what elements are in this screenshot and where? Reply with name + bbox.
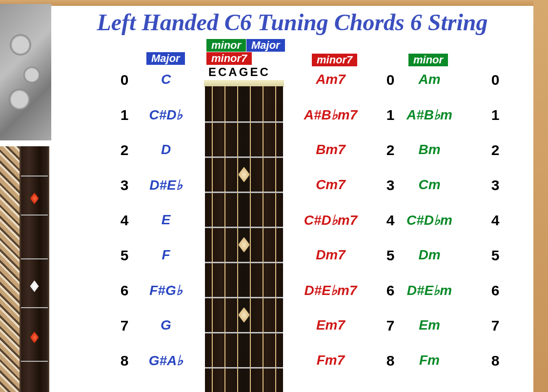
fret-marker-icon <box>30 280 39 292</box>
headstock-photo <box>0 4 51 140</box>
minor7-chord: Am7 <box>290 72 371 87</box>
major-chord: F <box>132 247 200 263</box>
fret-number-right: 0 <box>476 72 515 88</box>
badge-major-col: Major <box>146 52 185 65</box>
frame-top <box>0 0 548 6</box>
fret-number-right: 1 <box>476 107 515 123</box>
chord-row: 1C#D♭A#B♭m71A#B♭m1 <box>51 107 533 131</box>
badge-minor7-left: minor7 <box>206 52 252 65</box>
minor7-chord: A#B♭m7 <box>290 107 371 123</box>
minor-chord: D#E♭m <box>393 282 466 298</box>
fret-number-right: 4 <box>476 212 515 229</box>
chord-row: 5FDm75Dm5 <box>51 247 533 272</box>
chord-row: 7GEm77Em7 <box>51 317 533 342</box>
fret-marker-icon <box>30 332 39 343</box>
fret-marker-icon <box>30 193 39 204</box>
side-neck-photo <box>20 146 49 392</box>
chord-chart-page: Left Handed C6 Tuning Chords 6 String mi… <box>0 0 548 392</box>
badge-minor-col: minor <box>408 54 448 66</box>
major-chord: C#D♭ <box>132 107 200 123</box>
major-chord: F#G♭ <box>132 282 200 298</box>
chord-row: 2DBm72Bm2 <box>51 142 533 166</box>
minor7-chord: C#D♭m7 <box>290 212 371 228</box>
chart-board: Left Handed C6 Tuning Chords 6 String mi… <box>51 6 533 392</box>
minor7-chord: D#E♭m7 <box>290 282 371 298</box>
page-title: Left Handed C6 Tuning Chords 6 String <box>51 9 533 36</box>
chord-row: 0CAm70Am0 <box>51 72 533 96</box>
fret-number-right: 5 <box>476 247 515 264</box>
major-chord: G <box>132 317 200 333</box>
minor-chord: C#D♭m <box>393 212 466 228</box>
badge-minor7-col: minor7 <box>312 54 357 66</box>
side-photo-column <box>0 0 51 392</box>
fret-number-right: 3 <box>476 177 515 194</box>
major-chord: D <box>132 142 200 157</box>
minor7-chord: Cm7 <box>290 177 371 193</box>
major-chord: G#A♭ <box>132 353 200 369</box>
minor7-chord: Bm7 <box>290 142 371 157</box>
fret-number-right: 8 <box>476 353 515 369</box>
major-chord: E <box>132 212 200 228</box>
chord-row: 6F#G♭D#E♭m76D#E♭m6 <box>51 282 533 307</box>
frame-right <box>533 0 548 392</box>
fret-number-right: 6 <box>476 282 515 299</box>
minor7-chord: Em7 <box>290 317 371 333</box>
badge-major-top: Major <box>246 39 285 52</box>
minor7-chord: Dm7 <box>290 247 371 263</box>
chord-row: 3D#E♭Cm73Cm3 <box>51 177 533 201</box>
badge-minor: minor <box>206 39 246 52</box>
major-chord: C <box>132 72 200 87</box>
minor-chord: Am <box>393 72 466 87</box>
fret-number-right: 7 <box>476 317 515 334</box>
chord-row: 8G#A♭Fm78Fm8 <box>51 353 533 377</box>
minor-chord: Bm <box>393 142 466 157</box>
minor7-chord: Fm7 <box>290 353 371 368</box>
chord-row: 4EC#D♭m74C#D♭m4 <box>51 212 533 236</box>
minor-chord: Fm <box>393 353 466 368</box>
minor-chord: Dm <box>393 247 466 263</box>
fret-number-right: 2 <box>476 142 515 158</box>
binding-trim <box>0 146 20 392</box>
fretboard <box>205 86 283 392</box>
minor-chord: A#B♭m <box>393 107 466 123</box>
minor-chord: Cm <box>393 177 466 193</box>
major-chord: D#E♭ <box>132 177 200 193</box>
minor-chord: Em <box>393 317 466 333</box>
